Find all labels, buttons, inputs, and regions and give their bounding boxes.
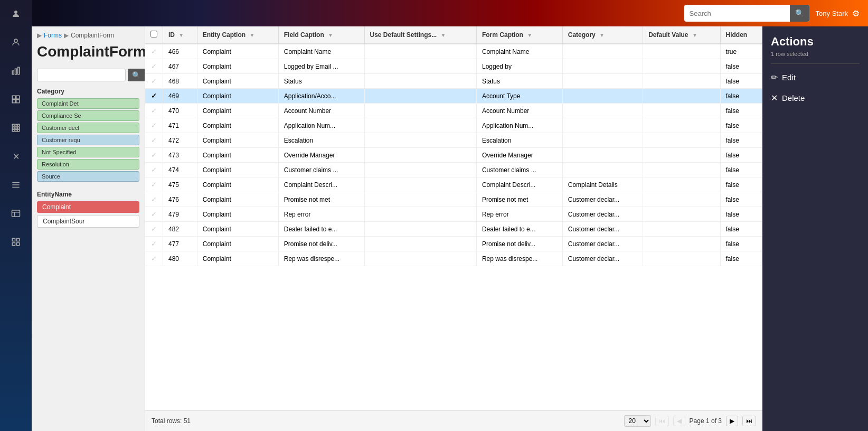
- table-row[interactable]: ✓469ComplaintApplication/Acco...Account …: [145, 89, 762, 104]
- table-row[interactable]: ✓470ComplaintAccount NumberAccount Numbe…: [145, 104, 762, 118]
- sidebar-icon-close[interactable]: ✕: [6, 147, 25, 166]
- table-row[interactable]: ✓480ComplaintRep was disrespe...Rep was …: [145, 251, 762, 266]
- row-use-default: [364, 237, 476, 251]
- row-entity: Complaint: [197, 192, 278, 207]
- svg-rect-2: [12, 71, 14, 74]
- row-entity: Complaint: [197, 118, 278, 133]
- row-form-caption: Application Num...: [476, 118, 562, 133]
- settings-icon[interactable]: ⚙: [852, 8, 860, 18]
- user-name: Tony Stark: [816, 10, 848, 17]
- entity-complaint-sour[interactable]: ComplaintSour: [37, 215, 139, 228]
- table-row[interactable]: ✓476ComplaintPromise not metPromise not …: [145, 192, 762, 207]
- category-not-specified[interactable]: Not Specified: [37, 147, 139, 157]
- breadcrumb-forms[interactable]: Forms: [44, 32, 62, 39]
- prev-page-button[interactable]: ◀: [673, 416, 685, 426]
- category-resolution[interactable]: Resolution: [37, 159, 139, 170]
- category-source[interactable]: Source: [37, 171, 139, 182]
- sidebar-icon-apps[interactable]: [6, 118, 25, 137]
- row-id: 476: [163, 192, 197, 207]
- row-category: Customer declar...: [562, 222, 643, 237]
- sidebar-icon-home[interactable]: [6, 4, 25, 23]
- row-id: 477: [163, 237, 197, 251]
- filter-search-button[interactable]: 🔍: [128, 69, 145, 81]
- category-compliance-se[interactable]: Compliance Se: [37, 110, 139, 121]
- row-id: 469: [163, 89, 197, 104]
- row-use-default: [364, 74, 476, 89]
- row-checkmark: ✓: [151, 62, 157, 70]
- edit-icon: ✏: [771, 72, 778, 82]
- row-use-default: [364, 177, 476, 192]
- category-complaint-det[interactable]: Complaint Det: [37, 98, 139, 109]
- row-checkmark: ✓: [151, 121, 157, 129]
- filter-input[interactable]: [37, 69, 126, 81]
- table-row[interactable]: ✓473ComplaintOverride ManagerOverride Ma…: [145, 148, 762, 163]
- row-entity: Complaint: [197, 104, 278, 118]
- table-row[interactable]: ✓471ComplaintApplication Num...Applicati…: [145, 118, 762, 133]
- first-page-button[interactable]: ⏮: [655, 416, 669, 426]
- table-row[interactable]: ✓474ComplaintCustomer claims ...Customer…: [145, 163, 762, 177]
- svg-rect-26: [12, 243, 15, 246]
- search-input[interactable]: [684, 10, 790, 17]
- edit-action[interactable]: ✏ Edit: [771, 70, 860, 85]
- table-row[interactable]: ✓466ComplaintComplaint NameComplaint Nam…: [145, 44, 762, 59]
- last-page-button[interactable]: ⏭: [742, 416, 756, 426]
- svg-rect-15: [12, 129, 14, 132]
- row-hidden: false: [720, 222, 762, 237]
- row-checkmark: ✓: [151, 48, 157, 55]
- table-row[interactable]: ✓482ComplaintDealer failed to e...Dealer…: [145, 222, 762, 237]
- row-category: [562, 148, 643, 163]
- svg-rect-16: [15, 129, 17, 132]
- sidebar-icon-grid[interactable]: [6, 90, 25, 109]
- row-form-caption: Account Number: [476, 104, 562, 118]
- table-row[interactable]: ✓467ComplaintLogged by Email ...Logged b…: [145, 59, 762, 74]
- row-id: 474: [163, 163, 197, 177]
- row-field: Promise not deliv...: [278, 237, 364, 251]
- row-entity: Complaint: [197, 222, 278, 237]
- col-field[interactable]: Field Caption ▼: [278, 26, 364, 44]
- row-check-cell: ✓: [145, 133, 163, 148]
- col-entity[interactable]: Entity Caption ▼: [197, 26, 278, 44]
- svg-rect-6: [16, 96, 20, 99]
- col-check[interactable]: [145, 26, 163, 44]
- col-form-caption[interactable]: Form Caption ▼: [476, 26, 562, 44]
- row-hidden: false: [720, 148, 762, 163]
- entity-complaint[interactable]: Complaint: [37, 201, 139, 213]
- sidebar-icon-chart[interactable]: [6, 61, 25, 80]
- col-category[interactable]: Category ▼: [562, 26, 643, 44]
- sidebar-icon-table[interactable]: [6, 204, 25, 223]
- row-use-default: [364, 148, 476, 163]
- col-use-default[interactable]: Use Default Settings... ▼: [364, 26, 476, 44]
- row-form-caption: Complaint Descri...: [476, 177, 562, 192]
- entity-filter: EntityName Complaint ComplaintSour: [37, 191, 139, 228]
- sidebar-icon-list[interactable]: [6, 175, 25, 194]
- sidebar-icon-user[interactable]: [6, 33, 25, 52]
- delete-action[interactable]: ✕ Delete: [771, 91, 860, 105]
- category-customer-requ[interactable]: Customer requ: [37, 135, 139, 145]
- page-size-select[interactable]: 20 50 100: [624, 415, 651, 427]
- next-page-button[interactable]: ▶: [726, 416, 738, 426]
- svg-rect-9: [12, 124, 14, 126]
- table-row[interactable]: ✓468ComplaintStatusStatusfalse: [145, 74, 762, 89]
- row-form-caption: Dealer failed to e...: [476, 222, 562, 237]
- edit-label: Edit: [782, 73, 796, 82]
- sidebar-icon-modules[interactable]: [6, 232, 25, 251]
- row-entity: Complaint: [197, 89, 278, 104]
- category-customer-decl[interactable]: Customer decl: [37, 123, 139, 133]
- search-button[interactable]: 🔍: [790, 5, 809, 22]
- table-row[interactable]: ✓472ComplaintEscalationEscalationfalse: [145, 133, 762, 148]
- table-row[interactable]: ✓479ComplaintRep errorRep errorCustomer …: [145, 207, 762, 222]
- table-row[interactable]: ✓477ComplaintPromise not deliv...Promise…: [145, 237, 762, 251]
- table-row[interactable]: ✓475ComplaintComplaint Descri...Complain…: [145, 177, 762, 192]
- row-hidden: false: [720, 163, 762, 177]
- row-id: 470: [163, 104, 197, 118]
- row-field: Application Num...: [278, 118, 364, 133]
- col-id[interactable]: ID ▼: [163, 26, 197, 44]
- row-hidden: false: [720, 74, 762, 89]
- row-id: 468: [163, 74, 197, 89]
- category-filter: Category Complaint Det Compliance Se Cus…: [37, 88, 139, 183]
- select-all-checkbox[interactable]: [150, 31, 157, 38]
- filter-search: 🔍: [37, 69, 139, 81]
- col-default-value[interactable]: Default Value ▼: [643, 26, 720, 44]
- col-hidden[interactable]: Hidden: [720, 26, 762, 44]
- row-checkmark: ✓: [151, 181, 157, 189]
